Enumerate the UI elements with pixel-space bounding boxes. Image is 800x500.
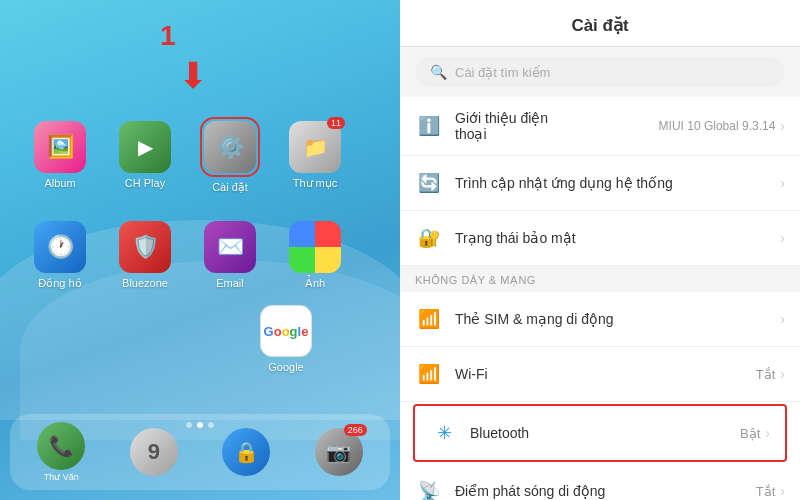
intro-content: Giới thiệu điệnthoại <box>455 110 659 142</box>
app-bluezone[interactable]: 🛡️ Bluezone <box>105 210 185 300</box>
phone-screen: 1 ⬇ 🖼️ Album ▶ CH Play ⚙️ Cài đặt 📁 11 T… <box>0 0 400 500</box>
bluetooth-content: Bluetooth <box>470 425 740 441</box>
step1-arrow: ⬇ <box>178 55 208 97</box>
wifi-value: Tắt <box>756 367 776 382</box>
wifi-label: Wi-Fi <box>455 366 756 382</box>
camera-badge: 266 <box>344 424 367 436</box>
sim-chevron: › <box>780 311 785 327</box>
album-label: Album <box>44 177 75 189</box>
settings-item-intro[interactable]: ℹ️ Giới thiệu điệnthoại MIUI 10 Global 9… <box>400 97 800 156</box>
phone-icon: 📞 <box>37 422 85 470</box>
email-label: Email <box>216 277 244 289</box>
chplay-label: CH Play <box>125 177 165 189</box>
settings-item-sim[interactable]: 📶 Thẻ SIM & mạng di động › <box>400 292 800 347</box>
bluetooth-label: Bluetooth <box>470 425 740 441</box>
hotspot-label: Điểm phát sóng di động <box>455 483 756 499</box>
settings-item-wifi[interactable]: 📶 Wi-Fi Tắt › <box>400 347 800 402</box>
update-content: Trình cập nhật ứng dụng hệ thống <box>455 175 780 191</box>
photos-icon <box>289 221 341 273</box>
step1-label: 1 <box>160 20 176 52</box>
intro-label: Giới thiệu điệnthoại <box>455 110 659 142</box>
settings-label: Cài đặt <box>212 181 248 194</box>
hotspot-content: Điểm phát sóng di động <box>455 483 756 499</box>
app-clock[interactable]: 🕐 Đồng hồ <box>20 210 100 300</box>
sim-icon: 📶 <box>415 305 443 333</box>
clock-label: Đồng hồ <box>38 277 81 290</box>
photos-label: Ảnh <box>305 277 325 290</box>
bluetooth-wrapper: ✳ Bluetooth Bật › ⬅ 2 <box>408 404 792 462</box>
hotspot-value: Tắt <box>756 484 776 499</box>
numpad-icon: 9 <box>130 428 178 476</box>
settings-item-update[interactable]: 🔄 Trình cập nhật ứng dụng hệ thống › <box>400 156 800 211</box>
app-folder[interactable]: 📁 11 Thư mục <box>275 110 355 200</box>
settings-item-security[interactable]: 🔐 Trạng thái bảo mật › <box>400 211 800 266</box>
camera-icon: 📷 266 <box>315 428 363 476</box>
security-chevron: › <box>780 230 785 246</box>
bottom-dock: 📞 Thư Văn 9 🔒 📷 266 <box>10 414 390 490</box>
chplay-icon: ▶ <box>119 121 171 173</box>
google-icon: Google <box>260 305 312 357</box>
update-label: Trình cập nhật ứng dụng hệ thống <box>455 175 780 191</box>
app-email[interactable]: ✉️ Email <box>190 210 270 300</box>
search-placeholder: Cài đặt tìm kiếm <box>455 65 550 80</box>
hotspot-icon: 📡 <box>415 477 443 500</box>
settings-icon: ⚙️ <box>204 121 256 173</box>
app-chplay[interactable]: ▶ CH Play <box>105 110 185 200</box>
wifi-chevron: › <box>780 366 785 382</box>
wifi-content: Wi-Fi <box>455 366 756 382</box>
settings-wrapper: Cài đặt 🔍 Cài đặt tìm kiếm ℹ️ Giới thiệu… <box>400 0 800 500</box>
folder-label: Thư mục <box>293 177 338 190</box>
app-grid-row3: Google Google <box>260 305 312 373</box>
bluetooth-icon: ✳ <box>430 419 458 447</box>
folder-icon: 📁 11 <box>289 121 341 173</box>
settings-highlight: ⚙️ <box>200 117 260 177</box>
sim-label: Thẻ SIM & mạng di động <box>455 311 780 327</box>
update-icon: 🔄 <box>415 169 443 197</box>
lock-icon: 🔒 <box>222 428 270 476</box>
settings-title: Cài đặt <box>420 15 780 36</box>
app-album[interactable]: 🖼️ Album <box>20 110 100 200</box>
security-label: Trạng thái bảo mật <box>455 230 780 246</box>
folder-badge: 11 <box>327 117 345 129</box>
search-bar[interactable]: 🔍 Cài đặt tìm kiếm <box>415 57 785 87</box>
settings-item-hotspot[interactable]: 📡 Điểm phát sóng di động Tắt › <box>400 464 800 500</box>
security-content: Trạng thái bảo mật <box>455 230 780 246</box>
dock-lock[interactable]: 🔒 <box>222 428 270 476</box>
sim-content: Thẻ SIM & mạng di động <box>455 311 780 327</box>
section-network-header: KHÔNG DÂY & MẠNG <box>400 266 800 292</box>
app-google[interactable]: Google Google <box>260 305 312 373</box>
dock-numpad[interactable]: 9 <box>130 428 178 476</box>
settings-item-bluetooth[interactable]: ✳ Bluetooth Bật › <box>413 404 787 462</box>
bluetooth-chevron: › <box>765 425 770 441</box>
album-icon: 🖼️ <box>34 121 86 173</box>
wifi-icon: 📶 <box>415 360 443 388</box>
hotspot-chevron: › <box>780 483 785 499</box>
dock-camera[interactable]: 📷 266 <box>315 428 363 476</box>
settings-panel: Cài đặt 🔍 Cài đặt tìm kiếm ℹ️ Giới thiệu… <box>400 0 800 500</box>
app-settings[interactable]: ⚙️ Cài đặt <box>190 110 270 200</box>
clock-icon: 🕐 <box>34 221 86 273</box>
security-icon: 🔐 <box>415 224 443 252</box>
dock-phone[interactable]: 📞 Thư Văn <box>37 422 85 482</box>
dock-phone-label: Thư Văn <box>44 472 79 482</box>
search-icon: 🔍 <box>430 64 447 80</box>
settings-list: ℹ️ Giới thiệu điệnthoại MIUI 10 Global 9… <box>400 97 800 500</box>
update-chevron: › <box>780 175 785 191</box>
bluezone-label: Bluezone <box>122 277 168 289</box>
email-icon: ✉️ <box>204 221 256 273</box>
google-label: Google <box>268 361 303 373</box>
app-photos[interactable]: Ảnh <box>275 210 355 300</box>
bluetooth-value: Bật <box>740 426 760 441</box>
intro-icon: ℹ️ <box>415 112 443 140</box>
settings-header: Cài đặt <box>400 0 800 47</box>
bluezone-icon: 🛡️ <box>119 221 171 273</box>
intro-chevron: › <box>780 118 785 134</box>
intro-value: MIUI 10 Global 9.3.14 <box>659 119 776 133</box>
